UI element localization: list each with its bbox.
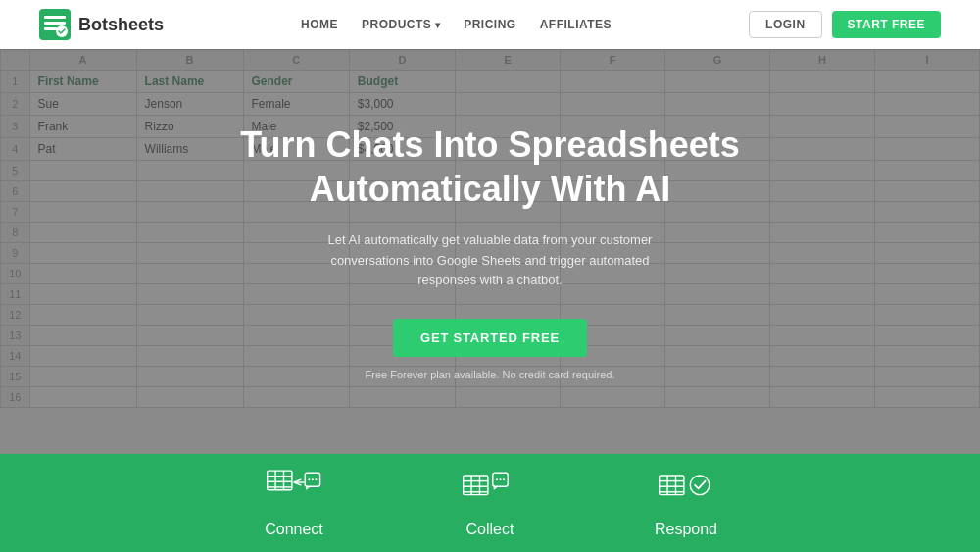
get-started-button[interactable]: GET STARTED FREE (393, 319, 587, 357)
connect-icon (267, 468, 321, 511)
svg-point-32 (690, 476, 710, 495)
feature-respond: Respond (588, 468, 784, 538)
nav-affiliates[interactable]: AFFILIATES (540, 18, 612, 31)
nav-products[interactable]: PRODUCTS (362, 18, 440, 31)
respond-label: Respond (655, 521, 717, 538)
nav-pricing[interactable]: PRICING (464, 18, 516, 31)
free-note: Free Forever plan available. No credit c… (240, 369, 739, 380)
feature-connect: Connect (196, 468, 392, 538)
navbar: Botsheets HOME PRODUCTS PRICING AFFILIAT… (0, 0, 980, 49)
svg-point-14 (312, 478, 314, 480)
svg-rect-2 (44, 22, 66, 25)
feature-collect: Collect (392, 468, 588, 538)
nav-links: HOME PRODUCTS PRICING AFFILIATES (301, 18, 612, 31)
svg-point-25 (503, 478, 505, 480)
connect-label: Connect (265, 521, 323, 538)
svg-rect-3 (44, 27, 57, 30)
svg-point-13 (308, 478, 310, 480)
logo-icon (39, 9, 71, 40)
logo[interactable]: Botsheets (39, 9, 164, 40)
collect-icon (463, 468, 517, 511)
svg-rect-1 (44, 16, 66, 19)
hero-subtitle: Let AI automatically get valuable data f… (304, 230, 676, 291)
respond-icon (659, 468, 713, 511)
start-free-button[interactable]: START FREE (832, 11, 941, 38)
nav-actions: LOGIN START FREE (749, 11, 941, 38)
svg-point-15 (315, 478, 317, 480)
svg-point-24 (499, 478, 501, 480)
hero-title: Turn Chats Into Spreadsheets Automatical… (240, 123, 739, 211)
collect-label: Collect (466, 521, 514, 538)
login-button[interactable]: LOGIN (749, 11, 822, 38)
hero-overlay: Turn Chats Into Spreadsheets Automatical… (0, 49, 980, 454)
hero-content: Turn Chats Into Spreadsheets Automatical… (220, 123, 759, 380)
nav-home[interactable]: HOME (301, 18, 338, 31)
logo-text: Botsheets (78, 15, 164, 35)
features-section: Connect Collect (0, 454, 980, 552)
svg-point-23 (496, 478, 498, 480)
